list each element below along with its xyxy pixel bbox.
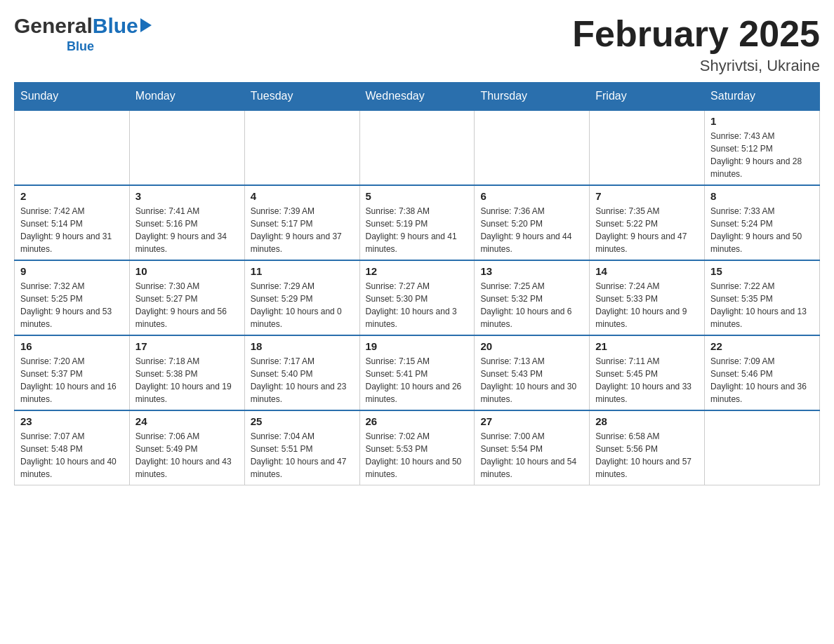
week-row-2: 2Sunrise: 7:42 AMSunset: 5:14 PMDaylight… (15, 185, 820, 260)
day-number: 5 (366, 190, 469, 202)
day-number: 15 (710, 265, 814, 277)
day-number: 17 (135, 340, 239, 352)
day-info: Sunrise: 7:27 AMSunset: 5:30 PMDaylight:… (366, 280, 469, 330)
day-number: 18 (251, 340, 354, 352)
calendar-cell: 23Sunrise: 7:07 AMSunset: 5:48 PMDayligh… (15, 410, 130, 485)
day-number: 9 (20, 265, 124, 277)
calendar-header-row: SundayMondayTuesdayWednesdayThursdayFrid… (15, 83, 820, 111)
week-row-1: 1Sunrise: 7:43 AMSunset: 5:12 PMDaylight… (15, 110, 820, 185)
calendar-cell: 15Sunrise: 7:22 AMSunset: 5:35 PMDayligh… (705, 260, 820, 335)
calendar-cell (705, 410, 820, 485)
day-number: 14 (595, 265, 699, 277)
calendar-cell (475, 110, 590, 185)
day-info: Sunrise: 7:32 AMSunset: 5:25 PMDaylight:… (20, 280, 124, 330)
day-number: 11 (251, 265, 354, 277)
day-number: 3 (135, 190, 239, 202)
day-info: Sunrise: 7:13 AMSunset: 5:43 PMDaylight:… (480, 355, 583, 405)
title-section: February 2025 Shyrivtsi, Ukraine (572, 14, 820, 75)
calendar-cell: 18Sunrise: 7:17 AMSunset: 5:40 PMDayligh… (244, 335, 359, 410)
calendar-cell (359, 110, 475, 185)
calendar-cell: 3Sunrise: 7:41 AMSunset: 5:16 PMDaylight… (129, 185, 244, 260)
week-row-4: 16Sunrise: 7:20 AMSunset: 5:37 PMDayligh… (15, 335, 820, 410)
day-info: Sunrise: 7:38 AMSunset: 5:19 PMDaylight:… (366, 205, 469, 255)
calendar-cell: 10Sunrise: 7:30 AMSunset: 5:27 PMDayligh… (129, 260, 244, 335)
calendar-cell: 14Sunrise: 7:24 AMSunset: 5:33 PMDayligh… (590, 260, 705, 335)
calendar-cell (244, 110, 359, 185)
day-number: 7 (595, 190, 699, 202)
calendar-cell: 1Sunrise: 7:43 AMSunset: 5:12 PMDaylight… (705, 110, 820, 185)
logo-arrow-icon (140, 18, 152, 32)
calendar-cell: 8Sunrise: 7:33 AMSunset: 5:24 PMDaylight… (705, 185, 820, 260)
column-header-tuesday: Tuesday (244, 83, 359, 111)
day-info: Sunrise: 7:22 AMSunset: 5:35 PMDaylight:… (710, 280, 814, 330)
calendar-cell: 21Sunrise: 7:11 AMSunset: 5:45 PMDayligh… (590, 335, 705, 410)
calendar-cell: 20Sunrise: 7:13 AMSunset: 5:43 PMDayligh… (475, 335, 590, 410)
day-info: Sunrise: 7:33 AMSunset: 5:24 PMDaylight:… (710, 205, 814, 255)
day-number: 13 (480, 265, 583, 277)
day-number: 20 (480, 340, 583, 352)
calendar-table: SundayMondayTuesdayWednesdayThursdayFrid… (14, 82, 820, 485)
day-number: 26 (366, 415, 469, 427)
day-info: Sunrise: 7:06 AMSunset: 5:49 PMDaylight:… (135, 430, 239, 481)
day-number: 12 (366, 265, 469, 277)
logo-blue-text: Blue (93, 14, 138, 38)
day-info: Sunrise: 7:35 AMSunset: 5:22 PMDaylight:… (595, 205, 699, 255)
day-info: Sunrise: 7:07 AMSunset: 5:48 PMDaylight:… (20, 430, 124, 481)
calendar-cell: 17Sunrise: 7:18 AMSunset: 5:38 PMDayligh… (129, 335, 244, 410)
calendar-cell: 16Sunrise: 7:20 AMSunset: 5:37 PMDayligh… (15, 335, 130, 410)
calendar-cell: 19Sunrise: 7:15 AMSunset: 5:41 PMDayligh… (359, 335, 475, 410)
calendar-cell: 9Sunrise: 7:32 AMSunset: 5:25 PMDaylight… (15, 260, 130, 335)
day-number: 28 (595, 415, 699, 427)
day-info: Sunrise: 7:43 AMSunset: 5:12 PMDaylight:… (710, 130, 814, 180)
day-number: 16 (20, 340, 124, 352)
logo-general-text: General (14, 14, 93, 38)
column-header-saturday: Saturday (705, 83, 820, 111)
day-info: Sunrise: 7:29 AMSunset: 5:29 PMDaylight:… (251, 280, 354, 330)
calendar-cell: 4Sunrise: 7:39 AMSunset: 5:17 PMDaylight… (244, 185, 359, 260)
day-info: Sunrise: 7:41 AMSunset: 5:16 PMDaylight:… (135, 205, 239, 255)
day-number: 27 (480, 415, 583, 427)
day-number: 1 (710, 115, 814, 127)
calendar-cell: 5Sunrise: 7:38 AMSunset: 5:19 PMDaylight… (359, 185, 475, 260)
calendar-cell: 7Sunrise: 7:35 AMSunset: 5:22 PMDaylight… (590, 185, 705, 260)
day-info: Sunrise: 7:25 AMSunset: 5:32 PMDaylight:… (480, 280, 583, 330)
day-info: Sunrise: 7:00 AMSunset: 5:54 PMDaylight:… (480, 430, 583, 481)
column-header-sunday: Sunday (15, 83, 130, 111)
day-info: Sunrise: 7:17 AMSunset: 5:40 PMDaylight:… (251, 355, 354, 405)
calendar-cell: 13Sunrise: 7:25 AMSunset: 5:32 PMDayligh… (475, 260, 590, 335)
day-info: Sunrise: 7:42 AMSunset: 5:14 PMDaylight:… (20, 205, 124, 255)
day-number: 10 (135, 265, 239, 277)
day-info: Sunrise: 7:02 AMSunset: 5:53 PMDaylight:… (366, 430, 469, 481)
day-info: Sunrise: 7:36 AMSunset: 5:20 PMDaylight:… (480, 205, 583, 255)
column-header-monday: Monday (129, 83, 244, 111)
day-info: Sunrise: 6:58 AMSunset: 5:56 PMDaylight:… (595, 430, 699, 481)
page-header: General Blue Blue February 2025 Shyrivts… (14, 14, 820, 75)
day-info: Sunrise: 7:15 AMSunset: 5:41 PMDaylight:… (366, 355, 469, 405)
calendar-cell (129, 110, 244, 185)
day-info: Sunrise: 7:20 AMSunset: 5:37 PMDaylight:… (20, 355, 124, 405)
day-number: 4 (251, 190, 354, 202)
day-info: Sunrise: 7:39 AMSunset: 5:17 PMDaylight:… (251, 205, 354, 255)
calendar-cell: 26Sunrise: 7:02 AMSunset: 5:53 PMDayligh… (359, 410, 475, 485)
day-number: 23 (20, 415, 124, 427)
week-row-5: 23Sunrise: 7:07 AMSunset: 5:48 PMDayligh… (15, 410, 820, 485)
day-number: 22 (710, 340, 814, 352)
calendar-cell: 27Sunrise: 7:00 AMSunset: 5:54 PMDayligh… (475, 410, 590, 485)
calendar-cell: 2Sunrise: 7:42 AMSunset: 5:14 PMDaylight… (15, 185, 130, 260)
day-info: Sunrise: 7:04 AMSunset: 5:51 PMDaylight:… (251, 430, 354, 481)
day-number: 21 (595, 340, 699, 352)
day-number: 8 (710, 190, 814, 202)
column-header-friday: Friday (590, 83, 705, 111)
day-number: 6 (480, 190, 583, 202)
calendar-title: February 2025 (572, 14, 820, 54)
day-number: 19 (366, 340, 469, 352)
day-number: 24 (135, 415, 239, 427)
week-row-3: 9Sunrise: 7:32 AMSunset: 5:25 PMDaylight… (15, 260, 820, 335)
calendar-cell: 24Sunrise: 7:06 AMSunset: 5:49 PMDayligh… (129, 410, 244, 485)
day-info: Sunrise: 7:30 AMSunset: 5:27 PMDaylight:… (135, 280, 239, 330)
day-info: Sunrise: 7:09 AMSunset: 5:46 PMDaylight:… (710, 355, 814, 405)
calendar-cell: 25Sunrise: 7:04 AMSunset: 5:51 PMDayligh… (244, 410, 359, 485)
calendar-cell (590, 110, 705, 185)
calendar-cell: 12Sunrise: 7:27 AMSunset: 5:30 PMDayligh… (359, 260, 475, 335)
day-info: Sunrise: 7:11 AMSunset: 5:45 PMDaylight:… (595, 355, 699, 405)
